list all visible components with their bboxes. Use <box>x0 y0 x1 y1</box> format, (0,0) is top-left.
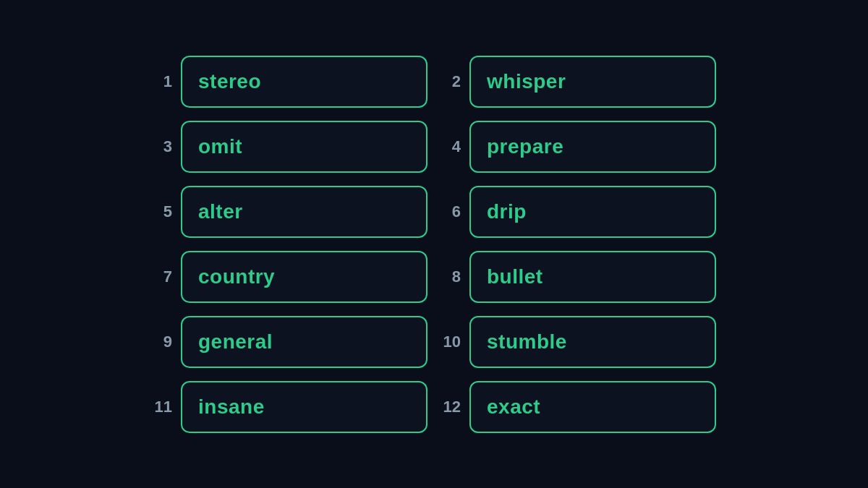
item-box[interactable]: bullet <box>469 251 716 303</box>
item-number: 5 <box>152 202 172 221</box>
item-word: insane <box>198 395 265 418</box>
item-number: 8 <box>441 267 461 286</box>
list-item[interactable]: 2whisper <box>441 56 716 108</box>
item-box[interactable]: country <box>181 251 427 303</box>
item-number: 6 <box>441 202 461 221</box>
item-box[interactable]: stereo <box>181 56 427 108</box>
item-box[interactable]: alter <box>181 186 427 238</box>
item-number: 4 <box>441 137 461 156</box>
list-item[interactable]: 6drip <box>441 186 716 238</box>
item-word: stereo <box>198 70 261 93</box>
item-box[interactable]: prepare <box>469 121 716 173</box>
item-word: alter <box>198 200 243 223</box>
item-word: bullet <box>487 265 543 288</box>
item-box[interactable]: insane <box>181 381 427 433</box>
item-box[interactable]: exact <box>469 381 716 433</box>
item-number: 11 <box>152 398 172 416</box>
item-number: 9 <box>152 333 172 351</box>
item-number: 1 <box>152 72 172 91</box>
item-box[interactable]: general <box>181 316 427 368</box>
item-box[interactable]: stumble <box>469 316 716 368</box>
list-item[interactable]: 4prepare <box>441 121 716 173</box>
item-box[interactable]: omit <box>181 121 427 173</box>
list-item[interactable]: 7country <box>152 251 427 303</box>
list-item[interactable]: 12exact <box>441 381 716 433</box>
list-item[interactable]: 11insane <box>152 381 427 433</box>
item-number: 10 <box>441 333 461 351</box>
item-box[interactable]: whisper <box>469 56 716 108</box>
item-number: 12 <box>441 398 461 416</box>
item-word: stumble <box>487 330 567 353</box>
word-grid: 1stereo2whisper3omit4prepare5alter6drip7… <box>152 56 716 433</box>
item-word: omit <box>198 135 242 158</box>
item-word: exact <box>487 395 540 418</box>
item-word: prepare <box>487 135 563 158</box>
list-item[interactable]: 10stumble <box>441 316 716 368</box>
list-item[interactable]: 8bullet <box>441 251 716 303</box>
item-word: whisper <box>487 70 566 93</box>
list-item[interactable]: 1stereo <box>152 56 427 108</box>
list-item[interactable]: 3omit <box>152 121 427 173</box>
list-item[interactable]: 5alter <box>152 186 427 238</box>
item-number: 2 <box>441 72 461 91</box>
item-word: country <box>198 265 275 288</box>
item-number: 7 <box>152 267 172 286</box>
item-box[interactable]: drip <box>469 186 716 238</box>
list-item[interactable]: 9general <box>152 316 427 368</box>
item-number: 3 <box>152 137 172 156</box>
item-word: general <box>198 330 273 353</box>
item-word: drip <box>487 200 527 223</box>
